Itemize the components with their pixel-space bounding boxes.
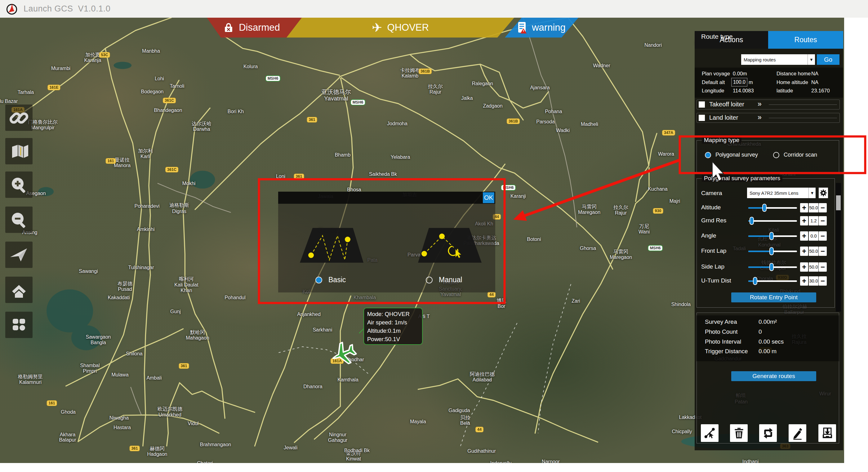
slider-handle[interactable] [769,232,774,240]
mapping-option-polygonal-survey[interactable]: Polygonal survey [705,152,758,158]
save-icon [820,427,834,440]
map-label: 布瑟德 [118,281,132,287]
survey-params-legend: Polygonal survey parameters [702,175,782,182]
dialog-option-label: Manual [439,276,462,284]
loop-button[interactable] [759,424,777,442]
camera-dropdown-arrow-icon[interactable]: ▼ [808,188,815,198]
survey-type-dialog: OK BasicManual [278,192,495,292]
map-label: Bhandegaon [154,107,182,113]
increment-button[interactable]: + [800,276,808,286]
link-icon [5,104,33,131]
takeoff-loiter-row: Takeoff loiter» [696,99,840,109]
trash-button[interactable] [730,424,748,442]
sidebar-map-button[interactable] [5,138,33,164]
save-button[interactable] [818,424,836,442]
map-label: Bori Kh [228,109,244,115]
map-label: 贝拉 [460,415,470,421]
road-badge: 161 [106,158,116,164]
default-alt-input[interactable]: 100.0 [731,78,747,87]
app-logo-icon [5,2,19,16]
route-type-select[interactable]: Mapping routes [741,54,808,65]
map-label: Chicpally [672,429,692,435]
manual-radio[interactable] [426,277,433,283]
tab-routes[interactable]: Routes [768,31,843,49]
generate-routes-button[interactable]: Generate routes [731,371,816,381]
map-label: Manora [114,163,130,168]
camera-select[interactable]: Sony A7R2 35mm Lens [747,188,808,198]
increment-button[interactable]: + [800,203,808,213]
u-turn-dist-slider[interactable] [748,280,797,282]
loiter-label: Takeoff loiter [709,101,744,108]
increment-button[interactable]: + [800,231,808,241]
routes-panel: ActionsRoutes Route type Mapping routes … [695,31,843,450]
expand-chevron-icon[interactable]: » [757,100,762,108]
takeoff-loiter-checkbox[interactable] [699,101,705,107]
gear-icon [819,189,827,197]
slider-handle[interactable] [753,277,757,285]
go-button[interactable]: Go [817,54,839,65]
route-type-dropdown-arrow-icon[interactable]: ▼ [808,54,815,65]
rotate-entry-point-button[interactable]: Rotate Entry Point [731,292,816,302]
stat-label: Trigger Distance [705,348,748,355]
map-label: Ghorsa [580,246,596,251]
flight-mode-banner[interactable]: ✈ QHOVER [286,18,514,37]
sidebar-apps-button[interactable] [5,312,33,338]
stat-value: 0 [758,328,762,335]
decrement-button[interactable]: − [819,231,827,241]
message-warning-icon [518,22,527,34]
decrement-button[interactable]: − [819,247,827,256]
slider-label: U-Turn Dist [701,277,731,284]
slider-row-grnd-res: Grnd Res+1.2− [695,216,843,226]
front-lap-slider[interactable] [748,251,797,252]
road-badge: 44 [475,427,484,432]
slider-handle[interactable] [769,263,774,271]
dialog-option-basic[interactable]: Basic [315,276,346,284]
expand-chevron-icon[interactable]: » [757,113,762,122]
slider-handle[interactable] [769,247,774,255]
mapping-option-corridor-scan[interactable]: Corridor scan [773,152,817,158]
map-label: 马雷冈 [582,204,597,210]
pencil-button[interactable] [788,424,806,442]
plan-info-box: Plan voyage0.00mDistance homeNADefault a… [695,68,843,98]
decrement-button[interactable]: − [819,276,827,286]
scrollbar-thumb[interactable] [836,195,841,210]
slider-handle[interactable] [749,217,754,225]
decrement-button[interactable]: − [819,216,827,225]
dialog-option-manual[interactable]: Manual [426,276,462,284]
increment-button[interactable]: + [800,247,808,256]
grnd-res-slider[interactable] [748,220,797,222]
side-lap-slider[interactable] [748,266,797,268]
slider-handle[interactable] [762,204,767,212]
sidebar-send-button[interactable] [5,242,33,268]
land-loiter-checkbox[interactable] [699,115,705,121]
altitude-slider[interactable] [748,207,797,209]
map-label: Murambi [51,66,70,71]
decrement-button[interactable]: − [819,203,827,213]
map-label: 拉久尔 [613,204,628,211]
map-label: Zari [571,298,580,304]
sidebar-zoom-in-button[interactable] [5,171,33,198]
sidebar-zoom-out-button[interactable] [5,207,33,233]
stat-label: Photo Count [705,328,738,335]
corridor-scan-radio[interactable] [773,152,779,158]
route-points-button[interactable] [701,424,718,442]
angle-slider[interactable] [748,235,797,237]
camera-settings-button[interactable] [819,188,828,198]
sidebar-link-button[interactable] [5,104,33,131]
increment-button[interactable]: + [800,216,808,225]
increment-button[interactable]: + [800,262,808,272]
map-label: Pohana [545,109,562,115]
basic-radio[interactable] [315,277,322,283]
map-label: Kalamb [402,73,418,79]
map-label: Kamthala [337,377,359,383]
info-value: NA [811,80,818,85]
road-badge: 361 [294,174,304,179]
decrement-button[interactable]: − [819,262,827,272]
polygonal-survey-radio[interactable] [705,152,711,158]
panel-scrollbar[interactable] [836,183,841,312]
sidebar-home-button[interactable] [5,277,33,303]
map-label: Jodmoha [387,121,407,127]
map-label: Digras [172,209,186,214]
zoom-out-icon [5,207,33,233]
map-label: Rajur [615,210,627,216]
